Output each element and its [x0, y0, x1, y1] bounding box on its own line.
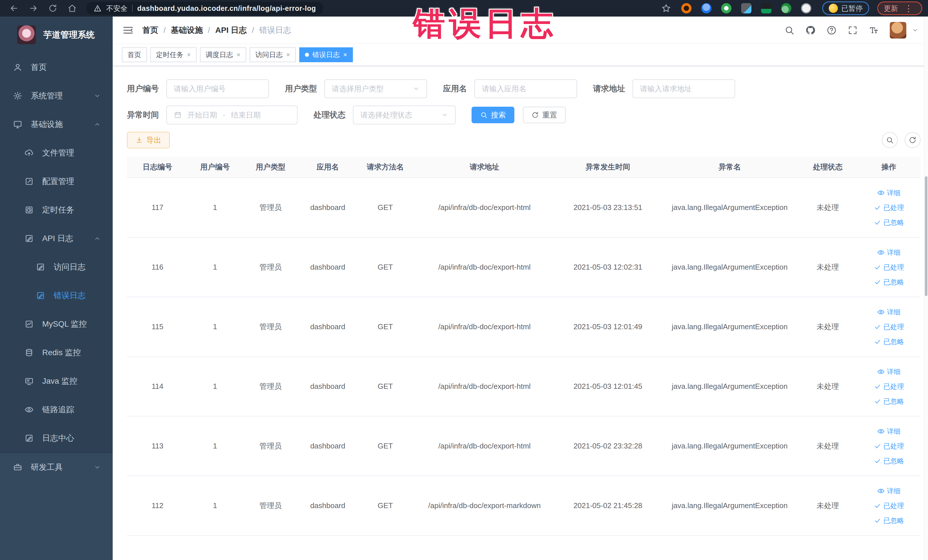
breadcrumb-item[interactable]: 首页: [142, 25, 158, 36]
scrollbar[interactable]: [924, 17, 928, 560]
chevron-down-icon: [94, 464, 101, 471]
check-icon: [874, 443, 881, 450]
sidebar-item-访问日志[interactable]: 访问日志: [0, 253, 113, 281]
select-chevron-icon: [441, 111, 448, 118]
cell-app-name: dashboard: [299, 442, 356, 450]
action-已处理[interactable]: 已处理: [874, 203, 904, 212]
browser-back-icon[interactable]: [9, 3, 19, 13]
sidebar-item-链路追踪[interactable]: 链路追踪: [0, 395, 113, 424]
sidebar-item-Java-监控[interactable]: Java 监控: [0, 367, 113, 395]
browser-reload-icon[interactable]: [48, 3, 58, 13]
user-avatar[interactable]: [890, 22, 906, 38]
chart-icon: [24, 319, 34, 329]
tab-close-icon[interactable]: ×: [187, 51, 191, 59]
extension-icon[interactable]: [801, 3, 811, 14]
browser-update-badge[interactable]: 更新 ⋮: [877, 2, 922, 15]
breadcrumb-item[interactable]: API 日志: [215, 25, 247, 36]
fullscreen-icon[interactable]: [847, 25, 858, 35]
tab-访问日志[interactable]: 访问日志×: [250, 47, 296, 62]
exception-time-range-picker[interactable]: 开始日期 - 结束日期: [166, 105, 298, 124]
sidebar-item-MySQL-监控[interactable]: MySQL 监控: [0, 310, 113, 338]
extension-icon[interactable]: [781, 3, 791, 14]
toggle-search-button[interactable]: [882, 132, 898, 148]
sidebar-fold-icon[interactable]: [122, 24, 134, 36]
annotation-overlay-text: 错误日志: [413, 2, 557, 45]
logo-avatar: [17, 25, 36, 44]
action-已处理[interactable]: 已处理: [874, 263, 904, 272]
extension-icon[interactable]: [761, 3, 771, 14]
action-详细[interactable]: 详细: [877, 188, 901, 197]
action-已忽略[interactable]: 已忽略: [874, 337, 904, 346]
sidebar-item-文件管理[interactable]: 文件管理: [0, 139, 113, 167]
sidebar-item-label: 链路追踪: [42, 404, 74, 415]
tab-close-icon[interactable]: ×: [343, 51, 347, 59]
browser-menu-icon[interactable]: ⋮: [904, 3, 913, 14]
search-button[interactable]: 搜索: [472, 107, 514, 123]
filter-label-user-id: 用户编号: [127, 83, 159, 94]
sidebar-item-日志中心[interactable]: 日志中心: [0, 424, 113, 452]
action-已忽略[interactable]: 已忽略: [874, 397, 904, 406]
user-id-input[interactable]: 请输入用户编号: [166, 79, 269, 98]
user-menu-caret-icon[interactable]: [912, 27, 918, 34]
eye-icon: [877, 487, 885, 495]
tab-调度日志[interactable]: 调度日志×: [200, 47, 246, 62]
extension-icon[interactable]: [741, 3, 751, 14]
sidebar-item-Redis-监控[interactable]: Redis 监控: [0, 338, 113, 367]
process-status-select[interactable]: 请选择处理状态: [353, 105, 456, 124]
breadcrumb-separator: /: [252, 26, 254, 35]
app-name-input[interactable]: 请输入应用名: [475, 79, 577, 98]
cell-exception-time: 2021-05-02 23:32:28: [554, 442, 661, 450]
sidebar-item-系统管理[interactable]: 系统管理: [0, 82, 113, 110]
extension-icon[interactable]: [701, 3, 711, 14]
browser-forward-icon[interactable]: [29, 3, 38, 13]
action-已忽略[interactable]: 已忽略: [874, 456, 904, 465]
sidebar-item-错误日志[interactable]: 错误日志: [0, 281, 113, 310]
bookmark-star-icon[interactable]: [661, 3, 671, 13]
column-header: 日志编号: [127, 162, 188, 172]
address-bar[interactable]: 不安全 dashboard.yudao.iocoder.cn/infra/log…: [86, 2, 323, 15]
sidebar-item-基础设施[interactable]: 基础设施: [0, 110, 113, 139]
tab-错误日志[interactable]: 错误日志×: [299, 47, 353, 62]
action-已处理[interactable]: 已处理: [874, 442, 904, 451]
extension-icon[interactable]: [681, 3, 691, 14]
action-已忽略[interactable]: 已忽略: [874, 218, 904, 227]
sidebar-item-定时任务[interactable]: 定时任务: [0, 196, 113, 224]
scrollbar-thumb[interactable]: [925, 176, 927, 296]
action-详细[interactable]: 详细: [877, 427, 901, 436]
process-status-placeholder: 请选择处理状态: [360, 110, 412, 120]
refresh-table-button[interactable]: [905, 132, 920, 148]
tab-close-icon[interactable]: ×: [286, 51, 290, 59]
action-详细[interactable]: 详细: [877, 248, 901, 257]
reset-button[interactable]: 重置: [523, 107, 566, 123]
github-icon[interactable]: [805, 25, 816, 35]
browser-home-icon[interactable]: [67, 3, 77, 13]
profile-paused-badge[interactable]: 已暂停: [822, 2, 869, 15]
cell-app-name: dashboard: [299, 322, 356, 331]
action-详细[interactable]: 详细: [877, 308, 901, 317]
action-已处理[interactable]: 已处理: [874, 501, 904, 510]
user-type-select[interactable]: 请选择用户类型: [324, 79, 427, 98]
tab-定时任务[interactable]: 定时任务×: [150, 47, 197, 62]
tab-close-icon[interactable]: ×: [237, 51, 241, 59]
action-已处理[interactable]: 已处理: [874, 322, 904, 331]
tab-首页[interactable]: 首页: [122, 47, 147, 62]
cell-log-id: 116: [127, 263, 188, 272]
sidebar-item-研发工具[interactable]: 研发工具: [0, 453, 113, 482]
extension-icon[interactable]: [721, 3, 731, 14]
export-button[interactable]: 导出: [127, 132, 170, 148]
sidebar-item-label: 配置管理: [42, 176, 74, 187]
action-已忽略[interactable]: 已忽略: [874, 278, 904, 287]
font-size-icon[interactable]: [868, 25, 879, 35]
action-详细[interactable]: 详细: [877, 367, 901, 376]
sidebar-item-首页[interactable]: 首页: [0, 53, 113, 82]
sidebar-logo[interactable]: 芋道管理系统: [0, 17, 113, 53]
header-search-icon[interactable]: [784, 25, 795, 35]
sidebar-item-配置管理[interactable]: 配置管理: [0, 167, 113, 196]
action-已忽略[interactable]: 已忽略: [874, 516, 904, 525]
action-已处理[interactable]: 已处理: [874, 382, 904, 391]
action-详细[interactable]: 详细: [877, 487, 901, 496]
docs-help-icon[interactable]: [826, 25, 837, 35]
request-url-input[interactable]: 请输入请求地址: [632, 79, 735, 98]
breadcrumb-item[interactable]: 基础设施: [171, 25, 203, 36]
sidebar-item-API-日志[interactable]: API 日志: [0, 224, 113, 253]
